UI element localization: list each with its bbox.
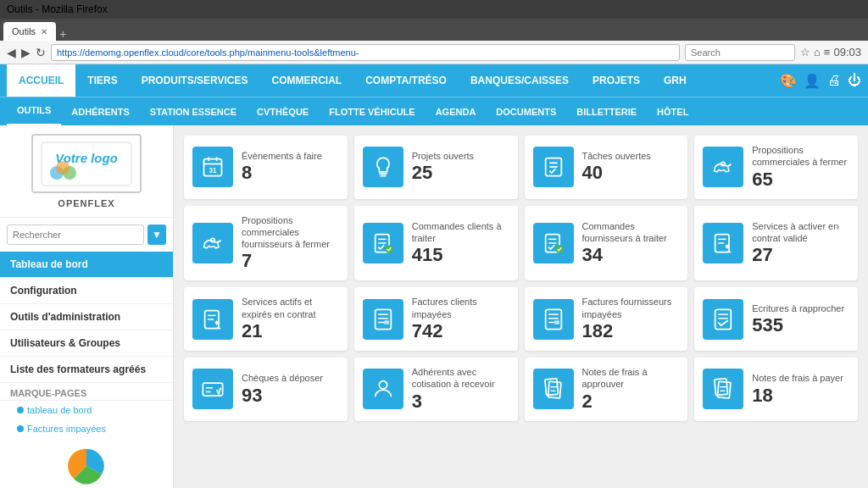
home-icon[interactable]: ⌂: [814, 46, 821, 58]
svg-rect-43: [715, 309, 732, 329]
card-evenements[interactable]: 31 Évènements à faire 8: [184, 136, 348, 199]
reload-button[interactable]: ↻: [36, 46, 46, 59]
card-icon-contract-edit: [703, 223, 743, 263]
card-notes-payer[interactable]: Notes de frais à payer 18: [694, 358, 858, 421]
card-icon-invoice: [363, 299, 403, 340]
card-icon-reconcile: [703, 299, 743, 340]
top-menu: ACCUEIL TIERS PRODUITS/SERVICES COMMERCI…: [0, 64, 868, 97]
card-notes-approuver[interactable]: Notes de frais à approuver 2: [525, 358, 688, 421]
svg-rect-33: [375, 309, 391, 329]
sub-menu-billetterie[interactable]: BILLETTERIE: [566, 97, 647, 126]
card-fact-clients[interactable]: Factures clients impayées 742: [354, 287, 518, 351]
back-button[interactable]: ◀: [7, 46, 16, 59]
bookmark-dot-icon-2: [17, 425, 24, 432]
user-icon[interactable]: 👤: [804, 73, 821, 89]
new-tab-button[interactable]: +: [59, 27, 66, 41]
sidebar-tableau-de-bord[interactable]: Tableau de bord: [0, 252, 173, 278]
navigation-bar: ◀ ▶ ↻ ☆ ⌂ ≡ 09:03: [0, 41, 868, 64]
card-value-7: 27: [752, 244, 849, 266]
sub-menu-agenda[interactable]: AGENDA: [426, 97, 487, 126]
card-info-0: Évènements à faire 8: [242, 150, 322, 184]
card-label-10: Factures fournisseurs impayées: [582, 296, 680, 320]
card-label-15: Notes de frais à payer: [752, 372, 843, 384]
card-value-0: 8: [242, 162, 322, 184]
print-icon[interactable]: 🖨: [827, 73, 841, 88]
order-check-icon: [371, 231, 395, 255]
sidebar-outils-admin[interactable]: Outils d'administration: [0, 304, 173, 330]
card-value-13: 3: [412, 391, 509, 413]
card-info-2: Tâches ouvertes 40: [582, 150, 651, 184]
app-wrapper: ACCUEIL TIERS PRODUITS/SERVICES COMMERCI…: [0, 64, 868, 488]
bookmark-dot-icon: [17, 407, 24, 413]
sub-menu-station[interactable]: STATION ESSENCE: [140, 97, 247, 126]
browser-search-input[interactable]: [685, 44, 795, 61]
tab-close-button[interactable]: ✕: [41, 27, 47, 36]
card-adherents-cotis[interactable]: Adhérents avec cotisation à recevoir 3: [354, 358, 518, 421]
handshake-icon: [711, 155, 735, 179]
bookmark-icon[interactable]: ☆: [800, 46, 810, 58]
search-dropdown-button[interactable]: ▼: [147, 225, 166, 245]
top-menu-commercial[interactable]: COMMERCIAL: [260, 64, 354, 97]
card-label-6: Commandes fournisseurs à traiter: [582, 220, 680, 245]
menu-icon[interactable]: ≡: [824, 46, 831, 58]
browser-nav-icons: ☆ ⌂ ≡ 09:03: [800, 46, 861, 58]
card-value-15: 18: [752, 385, 843, 407]
address-bar[interactable]: [51, 44, 680, 61]
tab-label: Outils: [12, 26, 36, 36]
power-icon[interactable]: ⏻: [848, 73, 861, 88]
top-menu-produits[interactable]: PRODUITS/SERVICES: [130, 64, 260, 97]
card-cheques[interactable]: Chèques à déposer 93: [184, 358, 348, 421]
active-tab[interactable]: Outils ✕: [3, 22, 56, 41]
checklist-icon: [542, 155, 565, 179]
sub-menu-flotte[interactable]: FLOTTE VÉHICULE: [319, 97, 425, 126]
invoice-icon: [371, 308, 395, 331]
palette-icon[interactable]: 🎨: [780, 73, 797, 89]
svg-point-49: [379, 381, 387, 389]
card-info-3: Propositions commerciales à fermer 65: [752, 144, 849, 191]
card-projets[interactable]: Projets ouverts 25: [354, 136, 518, 199]
content-area: Votre logo OPENFLEX ▼ Tableau de bord Co…: [0, 125, 868, 488]
card-taches[interactable]: Tâches ouvertes 40: [525, 136, 688, 199]
top-menu-tiers[interactable]: TIERS: [75, 64, 129, 97]
sub-menu-outils[interactable]: OUTILS: [7, 97, 61, 126]
top-menu-compta[interactable]: COMPTA/TRÉSO: [353, 64, 459, 97]
card-icon-calendar: 31: [192, 147, 233, 187]
card-icon-handshake2: [192, 223, 233, 263]
sidebar-utilisateurs[interactable]: Utilisateurs & Groupes: [0, 330, 173, 357]
sidebar-search-area: ▼: [0, 218, 173, 252]
card-prop-fourn[interactable]: Propositions commerciales fournisseurs à…: [184, 206, 348, 281]
sidebar-formateurs[interactable]: Liste des formateurs agréés: [0, 357, 173, 383]
top-menu-right-icons: 🎨 👤 🖨 ⏻: [780, 73, 861, 89]
card-cmd-clients[interactable]: Commandes clients à traiter 415: [354, 206, 518, 281]
card-info-1: Projets ouverts 25: [412, 150, 474, 184]
card-cmd-fourn[interactable]: Commandes fournisseurs à traiter 34: [525, 206, 688, 281]
contract-edit2-icon: [201, 308, 225, 331]
person-icon: [371, 377, 395, 401]
sidebar-bookmark-factures[interactable]: Factures impayées: [0, 419, 173, 438]
card-icon-notes2: [703, 369, 743, 409]
sub-menu-cvtheque[interactable]: CVTHÈQUE: [247, 97, 319, 126]
card-ecritures[interactable]: Ecritures à rapprocher 535: [694, 287, 858, 351]
card-value-3: 65: [752, 169, 849, 191]
forward-button[interactable]: ▶: [21, 46, 31, 59]
svg-rect-55: [718, 382, 732, 399]
card-propositions[interactable]: Propositions commerciales à fermer 65: [694, 136, 858, 199]
top-menu-projets[interactable]: PROJETS: [581, 64, 652, 97]
card-services-activer[interactable]: Services à activer en contrat validé 27: [694, 206, 858, 281]
logo-svg: Votre logo: [40, 141, 133, 187]
card-label-7: Services à activer en contrat validé: [752, 220, 849, 245]
handshake2-icon: [201, 231, 225, 255]
top-menu-grh[interactable]: GRH: [652, 64, 698, 97]
sub-menu-hotel[interactable]: HÔTEL: [647, 97, 698, 126]
sidebar-bookmark-tableau[interactable]: tableau de bord: [0, 401, 173, 419]
card-value-8: 21: [242, 320, 339, 342]
sub-menu-adherents[interactable]: ADHÉRENTS: [61, 97, 139, 126]
card-value-9: 742: [412, 320, 509, 342]
top-menu-accueil[interactable]: ACCUEIL: [7, 64, 75, 97]
top-menu-banques[interactable]: BANQUES/CAISSES: [459, 64, 581, 97]
sidebar-configuration[interactable]: Configuration: [0, 278, 173, 304]
card-fact-fourn[interactable]: Factures fournisseurs impayées 182: [525, 287, 688, 351]
sub-menu-documents[interactable]: DOCUMENTS: [486, 97, 566, 126]
sidebar-search-input[interactable]: [7, 225, 144, 245]
card-services-expires[interactable]: Services actifs et expirés en contrat 21: [184, 287, 348, 351]
